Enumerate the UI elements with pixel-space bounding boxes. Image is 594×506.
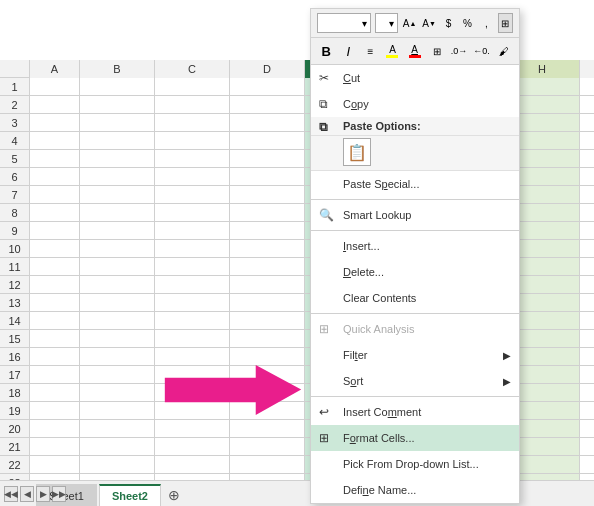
cell-b15[interactable] [80,330,155,348]
row-header-19[interactable]: 19 [0,402,30,420]
cell-d16[interactable] [230,348,305,366]
row-header-11[interactable]: 11 [0,258,30,276]
cell-a11[interactable] [30,258,80,276]
cell-a1[interactable] [30,78,80,96]
sheet-nav-first[interactable]: ◀◀ [4,486,18,502]
menu-item-insert[interactable]: Insert... [311,233,519,259]
cell-i11[interactable] [580,258,594,276]
cell-b17[interactable] [80,366,155,384]
row-header-14[interactable]: 14 [0,312,30,330]
paste-icon-row[interactable]: 📋 [311,136,519,171]
mini-borders-btn[interactable]: ⊞ [498,13,513,33]
cell-d20[interactable] [230,420,305,438]
row-header-7[interactable]: 7 [0,186,30,204]
cell-i2[interactable] [580,96,594,114]
cell-c11[interactable] [155,258,230,276]
menu-item-define-name[interactable]: Define Name... [311,477,519,503]
menu-item-cut[interactable]: ✂ Cut [311,65,519,91]
cell-a12[interactable] [30,276,80,294]
cell-i16[interactable] [580,348,594,366]
menu-item-delete[interactable]: Delete... [311,259,519,285]
cell-a9[interactable] [30,222,80,240]
cell-b12[interactable] [80,276,155,294]
mini-align-btn[interactable]: ≡ [361,41,379,61]
cell-b11[interactable] [80,258,155,276]
row-header-6[interactable]: 6 [0,168,30,186]
cell-c16[interactable] [155,348,230,366]
cell-d14[interactable] [230,312,305,330]
cell-d13[interactable] [230,294,305,312]
cell-i7[interactable] [580,186,594,204]
cell-d2[interactable] [230,96,305,114]
cell-b14[interactable] [80,312,155,330]
row-header-21[interactable]: 21 [0,438,30,456]
menu-item-paste-special[interactable]: Paste Special... [311,171,519,197]
cell-a21[interactable] [30,438,80,456]
mini-font-size[interactable]: ▾ [375,13,397,33]
menu-item-smart-lookup[interactable]: 🔍 Smart Lookup [311,202,519,228]
cell-a7[interactable] [30,186,80,204]
cell-c15[interactable] [155,330,230,348]
cell-b5[interactable] [80,150,155,168]
mini-currency-btn[interactable]: $ [441,13,456,33]
col-header-b[interactable]: B [80,60,155,78]
cell-c6[interactable] [155,168,230,186]
cell-b22[interactable] [80,456,155,474]
cell-a5[interactable] [30,150,80,168]
sheet-nav-prev[interactable]: ◀ [20,486,34,502]
cell-b10[interactable] [80,240,155,258]
cell-a17[interactable] [30,366,80,384]
row-header-22[interactable]: 22 [0,456,30,474]
cell-b6[interactable] [80,168,155,186]
cell-d9[interactable] [230,222,305,240]
cell-a20[interactable] [30,420,80,438]
cell-a22[interactable] [30,456,80,474]
mini-shrink-btn[interactable]: A▼ [421,13,437,33]
cell-a15[interactable] [30,330,80,348]
cell-d7[interactable] [230,186,305,204]
cell-b16[interactable] [80,348,155,366]
row-header-9[interactable]: 9 [0,222,30,240]
row-header-10[interactable]: 10 [0,240,30,258]
cell-i14[interactable] [580,312,594,330]
cell-i15[interactable] [580,330,594,348]
col-header-i[interactable]: I [580,60,594,78]
cell-d21[interactable] [230,438,305,456]
row-header-15[interactable]: 15 [0,330,30,348]
cell-d6[interactable] [230,168,305,186]
cell-d12[interactable] [230,276,305,294]
cell-i17[interactable] [580,366,594,384]
row-header-16[interactable]: 16 [0,348,30,366]
cell-c8[interactable] [155,204,230,222]
mini-italic-btn[interactable]: I [339,41,357,61]
cell-a19[interactable] [30,402,80,420]
menu-item-copy[interactable]: ⧉ Copy [311,91,519,117]
cell-d5[interactable] [230,150,305,168]
mini-borders2-btn[interactable]: ⊞ [428,41,446,61]
cell-a18[interactable] [30,384,80,402]
cell-c22[interactable] [155,456,230,474]
cell-i19[interactable] [580,402,594,420]
cell-i22[interactable] [580,456,594,474]
cell-c5[interactable] [155,150,230,168]
menu-item-insert-comment[interactable]: ↩ Insert Comment [311,399,519,425]
mini-font-name[interactable]: ▾ [317,13,371,33]
cell-d11[interactable] [230,258,305,276]
cell-i1[interactable] [580,78,594,96]
cell-c14[interactable] [155,312,230,330]
cell-c10[interactable] [155,240,230,258]
cell-c20[interactable] [155,420,230,438]
cell-i4[interactable] [580,132,594,150]
cell-d8[interactable] [230,204,305,222]
cell-d3[interactable] [230,114,305,132]
cell-c4[interactable] [155,132,230,150]
cell-i21[interactable] [580,438,594,456]
cell-b13[interactable] [80,294,155,312]
row-header-12[interactable]: 12 [0,276,30,294]
cell-d4[interactable] [230,132,305,150]
cell-c3[interactable] [155,114,230,132]
menu-item-pick-dropdown[interactable]: Pick From Drop-down List... [311,451,519,477]
cell-c21[interactable] [155,438,230,456]
cell-b1[interactable] [80,78,155,96]
cell-c1[interactable] [155,78,230,96]
